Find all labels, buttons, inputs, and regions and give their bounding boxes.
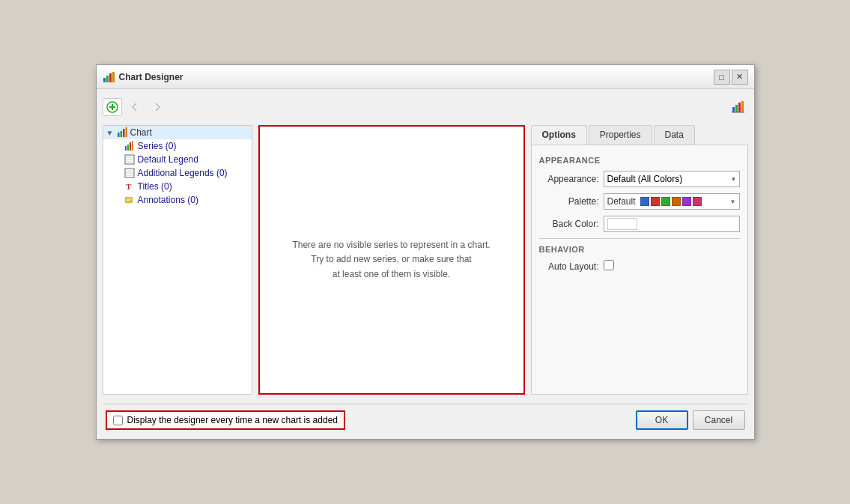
- auto-layout-label: Auto Layout:: [539, 261, 599, 272]
- legend-icon: [124, 154, 135, 165]
- footer-right: OK Cancel: [636, 410, 745, 430]
- back-color-swatch: [607, 218, 637, 230]
- designer-checkbox-label: Display the designer every time a new ch…: [127, 415, 338, 425]
- dialog-body: ▼ Chart: [97, 89, 754, 439]
- svg-rect-17: [127, 145, 129, 151]
- additional-legends-icon: [124, 168, 135, 178]
- palette-swatch-6: [693, 197, 702, 206]
- title-bar-buttons: □ ✕: [714, 70, 748, 85]
- back-color-control-wrapper: [604, 216, 740, 232]
- tree-item-annotations[interactable]: Annotations (0): [103, 193, 252, 207]
- section-divider: [539, 238, 740, 239]
- svg-rect-14: [123, 129, 125, 137]
- main-content: ▼ Chart: [103, 125, 748, 395]
- designer-checkbox[interactable]: [113, 416, 123, 425]
- tree-item-additional-legends[interactable]: Additional Legends (0): [103, 166, 252, 180]
- appearance-select-wrapper: Default (All Colors): [604, 171, 740, 187]
- svg-rect-16: [125, 146, 127, 151]
- tree-annotations-label: Annotations (0): [138, 195, 198, 205]
- expand-icon: ▼: [106, 129, 114, 137]
- tree-item-series[interactable]: Series (0): [103, 139, 252, 153]
- forward-button[interactable]: [148, 98, 167, 116]
- svg-rect-19: [132, 141, 133, 151]
- svg-rect-12: [118, 133, 120, 137]
- appearance-label: Appearance:: [539, 174, 599, 184]
- tree-root-label: Chart: [130, 127, 152, 138]
- svg-rect-1: [106, 76, 109, 82]
- svg-text:T: T: [126, 182, 132, 191]
- auto-layout-checkbox[interactable]: [604, 260, 614, 270]
- behavior-section-label: BEHAVIOR: [539, 245, 740, 254]
- add-button[interactable]: [103, 98, 122, 116]
- series-icon: [124, 141, 135, 151]
- auto-layout-row: Auto Layout:: [539, 260, 740, 273]
- footer: Display the designer every time a new ch…: [103, 404, 748, 433]
- title-bar: Chart Designer □ ✕: [97, 65, 754, 89]
- designer-checkbox-wrapper: Display the designer every time a new ch…: [106, 410, 345, 430]
- tab-properties[interactable]: Properties: [589, 125, 652, 145]
- back-button[interactable]: [125, 98, 145, 116]
- title-bar-left: Chart Designer: [103, 71, 183, 83]
- cancel-button[interactable]: Cancel: [693, 410, 745, 430]
- palette-swatch-5: [682, 197, 691, 206]
- tree-item-titles[interactable]: T Titles (0): [103, 180, 252, 193]
- svg-rect-29: [125, 197, 133, 203]
- palette-swatch-1: [640, 197, 649, 206]
- dialog-title: Chart Designer: [119, 72, 183, 82]
- palette-swatch-2: [651, 197, 660, 206]
- tabs: Options Properties Data: [531, 125, 748, 145]
- appearance-section-label: APPEARANCE: [539, 156, 740, 165]
- tab-data[interactable]: Data: [654, 125, 695, 145]
- tree-additional-legends-label: Additional Legends (0): [138, 168, 228, 178]
- tree-series-label: Series (0): [138, 141, 177, 151]
- dialog-icon: [103, 71, 115, 83]
- chart-designer-dialog: Chart Designer □ ✕: [96, 64, 755, 440]
- chart-preview: There are no visible series to represent…: [258, 125, 525, 395]
- palette-row: Palette: Default ▼: [539, 193, 740, 210]
- svg-rect-8: [735, 105, 738, 112]
- palette-swatch-3: [661, 197, 670, 206]
- annotations-icon: [124, 195, 135, 205]
- auto-layout-control: [604, 260, 740, 273]
- svg-rect-10: [741, 101, 744, 112]
- svg-rect-7: [732, 107, 735, 112]
- ok-button[interactable]: OK: [636, 410, 688, 430]
- svg-rect-3: [112, 72, 115, 82]
- appearance-control: Default (All Colors): [604, 171, 740, 187]
- tab-options[interactable]: Options: [531, 125, 587, 145]
- close-button[interactable]: ✕: [732, 70, 748, 85]
- chart-empty-message: There are no visible series to represent…: [292, 238, 490, 282]
- appearance-select[interactable]: Default (All Colors): [604, 171, 740, 187]
- back-color-control[interactable]: [604, 216, 740, 232]
- toolbar: [103, 95, 748, 119]
- palette-control-wrapper: Default ▼: [604, 193, 740, 210]
- svg-rect-13: [120, 131, 122, 137]
- palette-label: Palette:: [539, 196, 599, 207]
- chart-icon-button[interactable]: [729, 98, 748, 116]
- palette-arrow: ▼: [730, 198, 736, 205]
- tree-default-legend-label: Default Legend: [138, 154, 198, 165]
- svg-rect-15: [125, 127, 127, 137]
- svg-rect-9: [738, 103, 741, 112]
- svg-rect-18: [130, 142, 131, 151]
- chart-tree-icon: [117, 127, 127, 138]
- tree-panel: ▼ Chart: [103, 125, 252, 395]
- right-panel: Options Properties Data APPEARANCE Appea…: [531, 125, 748, 395]
- palette-text: Default: [607, 196, 636, 207]
- tab-content-options: APPEARANCE Appearance: Default (All Colo…: [531, 145, 748, 395]
- footer-left: Display the designer every time a new ch…: [106, 410, 345, 430]
- minimize-button[interactable]: □: [714, 70, 730, 85]
- palette-control[interactable]: Default ▼: [604, 193, 740, 210]
- titles-icon: T: [124, 181, 135, 192]
- tree-root[interactable]: ▼ Chart: [103, 126, 252, 139]
- tree-item-default-legend[interactable]: Default Legend: [103, 153, 252, 166]
- back-color-row: Back Color:: [539, 216, 740, 232]
- palette-swatch-4: [672, 197, 681, 206]
- svg-rect-2: [109, 73, 112, 82]
- tree-titles-label: Titles (0): [138, 181, 172, 192]
- appearance-row: Appearance: Default (All Colors): [539, 171, 740, 187]
- svg-rect-0: [103, 78, 106, 82]
- back-color-label: Back Color:: [539, 219, 599, 229]
